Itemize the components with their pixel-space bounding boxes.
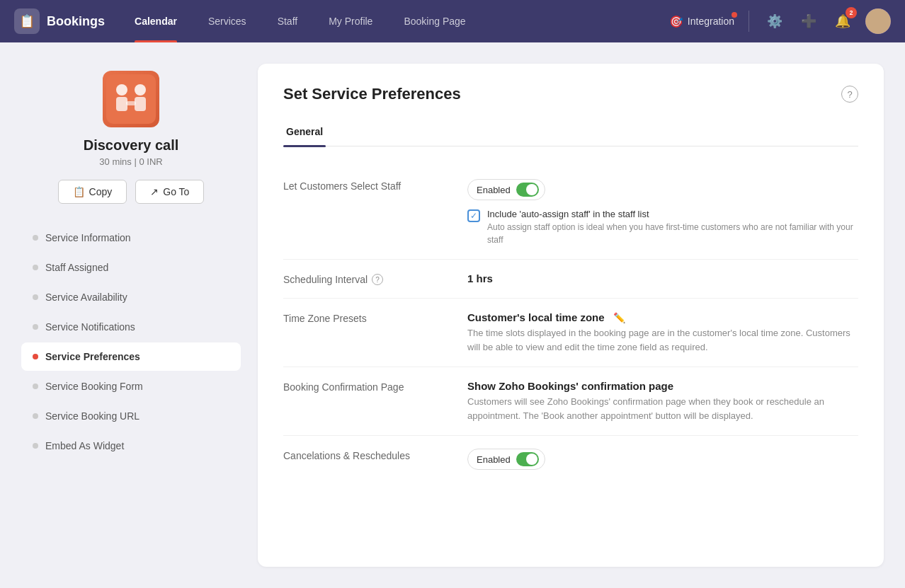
checkbox-auto-assign[interactable]: ✓ <box>467 209 480 222</box>
sidebar-dot <box>33 443 38 449</box>
content-panel: Set Service Preferences ? General Let Cu… <box>258 64 884 567</box>
checkbox-text-area: Include 'auto-assign staff' in the staff… <box>487 209 858 246</box>
form-row-cancelations-reschedules: Cancelations & Reschedules Enabled <box>283 436 858 483</box>
service-title: Discovery call <box>84 137 179 154</box>
value-scheduling-interval: 1 hrs <box>467 272 858 284</box>
label-scheduling-interval: Scheduling Interval ? <box>283 272 439 285</box>
label-cancelations-reschedules: Cancelations & Reschedules <box>283 449 439 461</box>
value-let-customers-select-staff: Enabled ✓ Include 'auto-assign staff' in… <box>467 179 858 246</box>
nav-link-booking-page[interactable]: Booking Page <box>388 0 481 42</box>
timezone-edit-icon[interactable]: ✏️ <box>613 312 625 323</box>
tab-general[interactable]: General <box>283 120 326 146</box>
action-buttons: 📋 Copy ↗ Go To <box>58 180 205 204</box>
sidebar-label-service-information: Service Information <box>45 232 131 243</box>
toggle-cancelations-reschedules[interactable]: Enabled <box>467 449 545 470</box>
label-booking-confirmation-page: Booking Confirmation Page <box>283 380 439 393</box>
sidebar-item-service-notifications[interactable]: Service Notifications <box>21 313 241 341</box>
sidebar-label-staff-assigned: Staff Assigned <box>45 262 108 273</box>
scheduling-help-icon[interactable]: ? <box>372 274 383 285</box>
brand[interactable]: 📋 Bookings <box>14 8 105 34</box>
nav-right: 🎯 Integration ⚙️ ➕ 🔔 2 <box>669 8 891 34</box>
sidebar-label-service-booking-form: Service Booking Form <box>45 381 143 392</box>
checkbox-row-auto-assign: ✓ Include 'auto-assign staff' in the sta… <box>467 209 858 246</box>
toggle-label: Enabled <box>477 185 511 195</box>
help-button[interactable]: ? <box>841 86 858 103</box>
sidebar-item-embed-as-widget[interactable]: Embed As Widget <box>21 432 241 460</box>
svg-point-1 <box>116 84 127 96</box>
timezone-description: The time slots displayed in the booking … <box>467 326 858 354</box>
nav-links: Calendar Services Staff My Profile Booki… <box>119 0 669 42</box>
sidebar-dot <box>33 265 38 270</box>
main-layout: Discovery call 30 mins | 0 INR 📋 Copy ↗ … <box>0 42 905 588</box>
svg-rect-4 <box>135 97 146 111</box>
timezone-value: Customer's local time zone <box>467 311 605 323</box>
sidebar-item-staff-assigned[interactable]: Staff Assigned <box>21 253 241 282</box>
sidebar-label-service-preferences: Service Preferences <box>45 351 140 362</box>
value-booking-confirmation-page: Show Zoho Bookings' confirmation page Cu… <box>467 380 858 422</box>
toggle-cancelations-label: Enabled <box>477 454 511 465</box>
svg-rect-0 <box>106 74 156 124</box>
form-row-booking-confirmation-page: Booking Confirmation Page Show Zoho Book… <box>283 367 858 436</box>
nav-link-staff[interactable]: Staff <box>262 0 314 42</box>
sidebar-item-service-booking-url[interactable]: Service Booking URL <box>21 402 241 430</box>
sidebar-dot <box>33 235 38 241</box>
sidebar-dot <box>33 324 38 330</box>
nav-divider <box>749 11 749 32</box>
settings-button[interactable]: ⚙️ <box>763 10 786 33</box>
scheduling-interval-value: 1 hrs <box>467 272 493 284</box>
sidebar-label-service-notifications: Service Notifications <box>45 321 135 333</box>
goto-button[interactable]: ↗ Go To <box>135 180 204 204</box>
svg-rect-5 <box>126 101 136 105</box>
toggle-switch[interactable] <box>516 183 539 197</box>
copy-label: Copy <box>89 186 113 197</box>
toggle-let-customers-select-staff[interactable]: Enabled <box>467 179 545 200</box>
sidebar-nav: Service Information Staff Assigned Servi… <box>21 224 241 460</box>
goto-label: Go To <box>163 186 189 197</box>
user-avatar[interactable] <box>865 8 891 34</box>
tabs: General <box>283 120 858 146</box>
notification-badge: 2 <box>846 7 857 18</box>
integration-label: Integration <box>688 16 734 27</box>
sidebar-dot <box>33 413 38 419</box>
value-time-zone-presets: Customer's local time zone ✏️ The time s… <box>467 311 858 354</box>
add-button[interactable]: ➕ <box>797 10 820 33</box>
sidebar-label-service-booking-url: Service Booking URL <box>45 410 140 422</box>
service-image <box>103 71 159 127</box>
sidebar-label-service-availability: Service Availability <box>45 292 127 303</box>
nav-link-calendar[interactable]: Calendar <box>119 0 193 42</box>
label-time-zone-presets: Time Zone Presets <box>283 311 439 324</box>
sidebar-dot <box>33 384 38 389</box>
sidebar-dot <box>33 294 38 300</box>
nav-link-services[interactable]: Services <box>193 0 262 42</box>
nav-link-my-profile[interactable]: My Profile <box>313 0 388 42</box>
sidebar: Discovery call 30 mins | 0 INR 📋 Copy ↗ … <box>21 64 241 567</box>
brand-icon: 📋 <box>14 8 40 34</box>
confirmation-page-description: Customers will see Zoho Bookings' confir… <box>467 395 858 422</box>
checkbox-check-icon: ✓ <box>470 211 477 221</box>
checkbox-subtext-auto-assign: Auto assign staff option is ideal when y… <box>487 221 858 246</box>
goto-icon: ↗ <box>150 186 159 197</box>
sidebar-dot-active <box>33 354 38 359</box>
navbar: 📋 Bookings Calendar Services Staff My Pr… <box>0 0 905 42</box>
integration-dot <box>732 12 737 18</box>
notifications-button[interactable]: 🔔 2 <box>831 10 854 33</box>
label-let-customers-select-staff: Let Customers Select Staff <box>283 179 439 192</box>
svg-rect-3 <box>116 97 127 111</box>
sidebar-item-service-booking-form[interactable]: Service Booking Form <box>21 372 241 400</box>
value-cancelations-reschedules: Enabled <box>467 449 858 470</box>
confirmation-page-value: Show Zoho Bookings' confirmation page <box>467 380 858 392</box>
copy-icon: 📋 <box>73 186 85 197</box>
sidebar-item-service-information[interactable]: Service Information <box>21 224 241 252</box>
integration-button[interactable]: 🎯 Integration <box>669 15 734 28</box>
form-row-scheduling-interval: Scheduling Interval ? 1 hrs <box>283 260 858 299</box>
service-meta: 30 mins | 0 INR <box>99 156 162 167</box>
sidebar-item-service-preferences[interactable]: Service Preferences <box>21 342 241 371</box>
toggle-cancelations-switch[interactable] <box>516 452 539 466</box>
sidebar-item-service-availability[interactable]: Service Availability <box>21 283 241 311</box>
form-row-let-customers-select-staff: Let Customers Select Staff Enabled ✓ Inc… <box>283 166 858 260</box>
checkbox-label-auto-assign: Include 'auto-assign staff' in the staff… <box>487 209 858 219</box>
svg-point-2 <box>135 84 146 96</box>
form-row-time-zone-presets: Time Zone Presets Customer's local time … <box>283 299 858 367</box>
avatar-image <box>865 8 891 34</box>
copy-button[interactable]: 📋 Copy <box>58 180 127 204</box>
